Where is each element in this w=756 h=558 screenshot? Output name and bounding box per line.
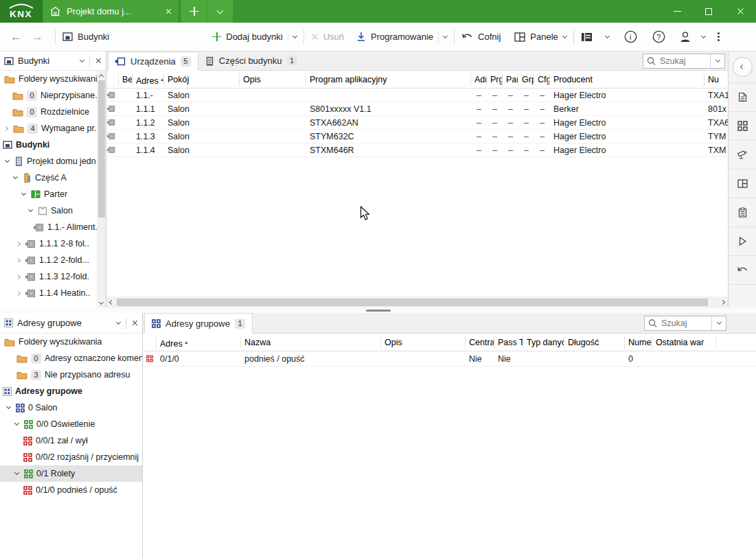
run-panel-button[interactable] <box>729 227 756 256</box>
tree-item-unassigned-addresses[interactable]: 3 Nie przypisano adresu <box>0 367 142 383</box>
chevron-down-icon[interactable] <box>26 210 34 211</box>
column-header-par-flag[interactable]: Par <box>503 73 518 86</box>
scroll-left-icon[interactable] <box>106 301 117 304</box>
search-dropdown-icon[interactable] <box>712 323 726 324</box>
add-dropdown-icon[interactable] <box>293 33 297 38</box>
column-header-typ-danych[interactable]: Typ danyc <box>523 336 564 349</box>
column-header-cfg-flag[interactable]: Cfg <box>534 73 550 86</box>
tree-item-distribution-boards[interactable]: 0 Rozdzielnice <box>0 104 97 120</box>
column-header-pokoj[interactable]: Pokój <box>164 73 240 86</box>
ga-row[interactable]: 0/1/0 podnieś / opuść Nie Nie 0 <box>143 351 756 367</box>
close-panel-icon[interactable] <box>132 320 138 326</box>
user-button[interactable] <box>679 31 705 43</box>
splitter-grip[interactable] <box>366 310 391 312</box>
back-button[interactable]: ← <box>5 30 27 44</box>
chevron-down-icon[interactable] <box>3 161 11 162</box>
history-panel-button[interactable] <box>729 256 756 285</box>
devices-horizontal-scrollbar[interactable] <box>106 297 728 307</box>
column-header-numer[interactable]: Nu <box>705 73 728 86</box>
column-header-centralna[interactable]: Centra <box>466 336 494 349</box>
tree-item-group-address[interactable]: 0/1/0 podnieś / opuść <box>0 482 142 498</box>
ga-search[interactable] <box>644 316 726 331</box>
scrollbar-thumb[interactable] <box>98 80 105 218</box>
search-input[interactable] <box>660 318 711 328</box>
project-tab[interactable]: Projekt domu j... <box>43 0 178 23</box>
tab-building-parts[interactable]: Części budynku 1 <box>198 51 304 70</box>
column-header-adr-flag[interactable]: Adr <box>471 73 487 86</box>
tree-item-building-part[interactable]: Część A <box>0 170 97 186</box>
layout-panel-button[interactable] <box>729 170 756 198</box>
document-panel-button[interactable] <box>729 83 756 112</box>
chevron-right-icon[interactable] <box>1 127 10 130</box>
device-row[interactable]: 1.1.- Salon – – – – – Hager Electro TXA1 <box>106 89 728 102</box>
tree-item-project[interactable]: Projekt domu jedn. <box>0 153 97 170</box>
tree-item-device[interactable]: 1.1.3 12-fold. <box>0 268 97 285</box>
device-row[interactable]: 1.1.4 Salon STXM646R – – – – – Hager Ele… <box>106 143 728 157</box>
add-buildings-button[interactable]: Dodaj budynki <box>212 32 282 42</box>
chevron-down-icon[interactable] <box>4 407 12 408</box>
column-header-nazwa[interactable]: Nazwa <box>241 336 381 349</box>
info-button[interactable]: i <box>624 30 637 43</box>
view-selector[interactable]: Budynki <box>62 32 109 42</box>
tree-item-device[interactable]: 1.1.1 2-8 fol.. <box>0 235 97 252</box>
search-input[interactable] <box>658 56 710 66</box>
device-row[interactable]: 1.1.2 Salon STXA662AN – – – – – Hager El… <box>106 116 728 130</box>
tree-item-middle-group-selected[interactable]: 0/1 Rolety <box>0 465 142 482</box>
forward-button[interactable]: → <box>27 30 48 44</box>
maximize-button[interactable] <box>693 0 724 23</box>
tree-item-group-address[interactable]: 0/0/2 rozjaśnij / przyciemnij <box>0 449 142 465</box>
chevron-right-icon[interactable] <box>14 242 22 246</box>
close-project-tab-icon[interactable] <box>165 8 172 14</box>
column-header-grp-flag[interactable]: Grp <box>518 73 534 86</box>
tree-item-required-work[interactable]: 4 Wymagane pr.. <box>0 120 97 137</box>
devices-search[interactable] <box>643 54 725 69</box>
horizontal-splitter[interactable] <box>0 307 756 313</box>
collapse-sidebar-button[interactable] <box>729 51 756 83</box>
column-header-adres[interactable]: Adres▲ <box>157 336 241 349</box>
column-header-be[interactable]: Be <box>119 73 133 86</box>
column-header-producent[interactable]: Producent <box>550 73 705 86</box>
programming-button[interactable]: Programowanie <box>356 32 433 42</box>
column-header-adres[interactable]: Adres▲ <box>133 73 164 86</box>
column-header-opis[interactable]: Opis <box>240 73 306 86</box>
chevron-right-icon[interactable] <box>14 292 22 295</box>
monitor-panel-button[interactable] <box>729 141 756 170</box>
tree-item-middle-group[interactable]: 0/0 Oświetlenie <box>0 416 142 432</box>
tab-group-addresses[interactable]: Adresy grupowe 1 <box>144 313 253 334</box>
search-dropdown-icon[interactable] <box>711 60 724 62</box>
undo-button[interactable]: Cofnij <box>461 32 501 42</box>
chevron-down-icon[interactable] <box>11 177 19 178</box>
panel-dropdown-icon[interactable] <box>80 57 84 62</box>
device-row[interactable]: 1.1.3 Salon STYM632C – – – – – Hager Ele… <box>106 130 728 143</box>
column-header-numer[interactable]: Nume <box>625 336 652 349</box>
tab-devices[interactable]: Urządzenia 5 <box>108 51 198 71</box>
panel-dropdown-icon[interactable] <box>116 319 121 324</box>
device-row[interactable]: 1.1.1 Salon S801xxxxx V1.1 – – – – – Ber… <box>106 102 728 116</box>
column-header-pass-through[interactable]: Pass T <box>494 336 523 349</box>
tree-item-search-folders[interactable]: Foldery wyszukiwania <box>0 334 142 350</box>
close-panel-icon[interactable] <box>95 58 102 64</box>
workspace-button[interactable] <box>581 32 609 42</box>
chevron-down-icon[interactable] <box>12 423 21 425</box>
tree-item-device[interactable]: 1.1.- Aliment. <box>0 219 97 235</box>
programming-dropdown-icon[interactable] <box>443 33 448 38</box>
tree-item-search-folders[interactable]: Foldery wyszukiwani <box>0 71 97 87</box>
column-header-opis[interactable]: Opis <box>381 336 466 349</box>
delete-button[interactable]: Usuń <box>311 32 344 42</box>
help-button[interactable]: ? <box>652 30 665 43</box>
new-tab-button[interactable] <box>181 0 207 23</box>
chevron-right-icon[interactable] <box>14 259 22 262</box>
tree-vertical-scrollbar[interactable] <box>97 71 106 307</box>
tree-item-floor[interactable]: Parter <box>0 186 97 202</box>
tree-item-commented-addresses[interactable]: 0 Adresy oznaczone komen... <box>0 350 142 367</box>
grid-panel-button[interactable] <box>729 112 756 141</box>
tree-item-main-group[interactable]: 0 Salon <box>0 399 142 416</box>
chevron-right-icon[interactable] <box>14 275 22 279</box>
scrollbar-thumb[interactable] <box>117 299 708 306</box>
pending-operations-button[interactable] <box>729 198 756 227</box>
tree-item-group-address[interactable]: 0/0/1 zał / wył <box>0 432 142 449</box>
tree-item-unassigned[interactable]: 0 Nieprzypisane.. <box>0 87 97 104</box>
tab-list-button[interactable] <box>207 0 233 23</box>
scroll-up-icon[interactable] <box>97 71 106 80</box>
tree-item-buildings-root[interactable]: Budynki <box>0 137 97 153</box>
